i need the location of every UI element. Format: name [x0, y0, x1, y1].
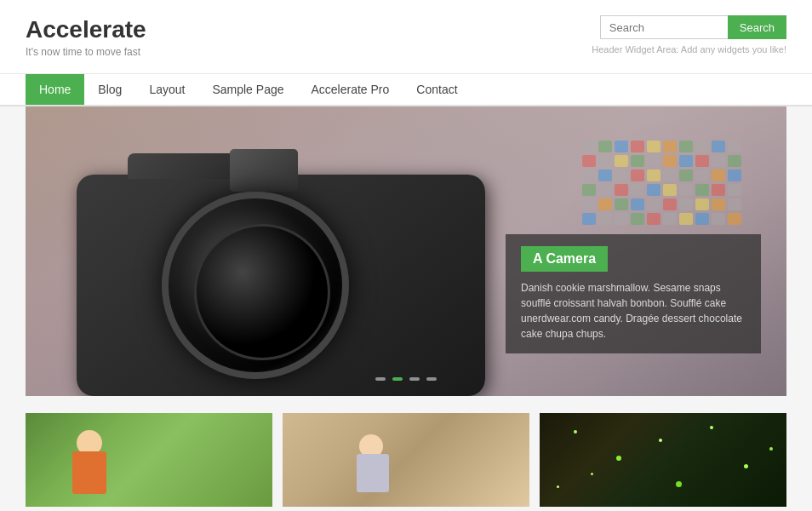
- kb-key: [615, 169, 628, 181]
- thumbnail-2[interactable]: [283, 413, 529, 507]
- sparkle: [616, 456, 621, 461]
- hero-caption-text: Danish cookie marshmallow. Sesame snaps …: [521, 280, 746, 342]
- nav-item-layout[interactable]: Layout: [135, 74, 198, 105]
- kb-key: [728, 184, 741, 196]
- kb-key: [582, 198, 596, 210]
- search-form: Search: [600, 15, 786, 39]
- kb-key: [631, 155, 644, 167]
- sparkle: [659, 439, 662, 442]
- sparkle: [676, 481, 682, 487]
- kb-key: [679, 184, 693, 196]
- kb-key: [631, 141, 644, 152]
- kb-key: [679, 141, 693, 152]
- kb-key: [647, 184, 660, 196]
- kb-key: [582, 141, 596, 152]
- kb-key: [679, 169, 693, 181]
- kb-key: [647, 198, 660, 210]
- sparkle: [557, 485, 559, 488]
- kb-key: [582, 184, 596, 196]
- thumbnails-row: [26, 413, 786, 507]
- kb-key: [712, 155, 725, 167]
- kb-key: [663, 184, 677, 196]
- nav-item-home[interactable]: Home: [26, 74, 84, 105]
- kb-key: [695, 213, 709, 225]
- nav-inner: Home Blog Layout Sample Page Accelerate …: [0, 74, 812, 105]
- kb-key: [615, 198, 628, 210]
- kb-key: [695, 141, 709, 152]
- sparkle: [574, 430, 577, 433]
- header: Accelerate It's now time to move fast Se…: [0, 0, 812, 74]
- kb-key: [663, 141, 677, 152]
- kb-key: [598, 141, 612, 152]
- search-input[interactable]: [600, 15, 728, 39]
- kb-key: [615, 141, 628, 152]
- nav-item-accelerate-pro[interactable]: Accelerate Pro: [298, 74, 403, 105]
- logo-tagline: It's now time to move fast: [26, 46, 146, 58]
- slider-dot-3[interactable]: [409, 377, 420, 381]
- logo-area: Accelerate It's now time to move fast: [26, 15, 146, 58]
- kb-key: [679, 155, 693, 167]
- kb-key: [631, 184, 644, 196]
- kb-key: [631, 198, 644, 210]
- kb-key: [647, 213, 660, 225]
- kb-key: [663, 213, 677, 225]
- kb-key: [712, 198, 725, 210]
- slider-dot-2[interactable]: [392, 377, 403, 381]
- kb-key: [695, 155, 709, 167]
- slider-dot-1[interactable]: [375, 377, 386, 381]
- kb-key: [712, 169, 725, 181]
- nav-item-contact[interactable]: Contact: [403, 74, 471, 105]
- thumb2-figure-body: [357, 454, 389, 492]
- kb-key: [647, 141, 660, 152]
- thumbnail-1[interactable]: [26, 413, 272, 507]
- camera-lens-inner: [194, 224, 330, 360]
- kb-key: [679, 198, 693, 210]
- kb-key: [728, 198, 741, 210]
- kb-key: [712, 184, 725, 196]
- kb-key: [647, 169, 660, 181]
- kb-key: [615, 155, 628, 167]
- logo-title: Accelerate: [26, 15, 146, 44]
- sparkle: [591, 473, 593, 475]
- kb-key: [582, 213, 596, 225]
- thumb1-figure-body: [72, 451, 106, 494]
- kb-key: [582, 169, 596, 181]
- nav-item-blog[interactable]: Blog: [84, 74, 135, 105]
- kb-key: [695, 169, 709, 181]
- search-button[interactable]: Search: [728, 15, 786, 39]
- kb-key: [663, 155, 677, 167]
- kb-key: [728, 141, 741, 152]
- slider-dots: [375, 377, 437, 381]
- kb-key: [663, 198, 677, 210]
- nav-item-sample-page[interactable]: Sample Page: [198, 74, 297, 105]
- header-right: Search Header Widget Area: Add any widge…: [592, 15, 786, 55]
- kb-key: [728, 169, 741, 181]
- kb-key: [663, 169, 677, 181]
- kb-key: [712, 213, 725, 225]
- hero-caption: A Camera Danish cookie marshmallow. Sesa…: [506, 234, 761, 353]
- kb-key: [598, 169, 612, 181]
- kb-key: [631, 169, 644, 181]
- sparkle: [744, 464, 748, 468]
- hero-slider: A Camera Danish cookie marshmallow. Sesa…: [26, 106, 786, 396]
- thumbnail-3[interactable]: [540, 413, 786, 507]
- camera-flash: [230, 149, 298, 192]
- kb-key: [695, 198, 709, 210]
- hero-caption-title: A Camera: [521, 246, 608, 272]
- slider-dot-4[interactable]: [426, 377, 437, 381]
- kb-key: [582, 155, 596, 167]
- header-widget-text: Header Widget Area: Add any widgets you …: [592, 44, 786, 55]
- kb-key: [598, 198, 612, 210]
- kb-key: [695, 184, 709, 196]
- sparkle: [769, 447, 773, 451]
- kb-key: [598, 213, 612, 225]
- kb-key: [631, 213, 644, 225]
- kb-key: [728, 213, 741, 225]
- kb-key: [615, 213, 628, 225]
- camera-lens: [162, 192, 349, 379]
- kb-key: [712, 141, 725, 152]
- kb-key: [679, 213, 693, 225]
- kb-key: [647, 155, 660, 167]
- sparkle: [710, 426, 713, 429]
- kb-key: [728, 155, 741, 167]
